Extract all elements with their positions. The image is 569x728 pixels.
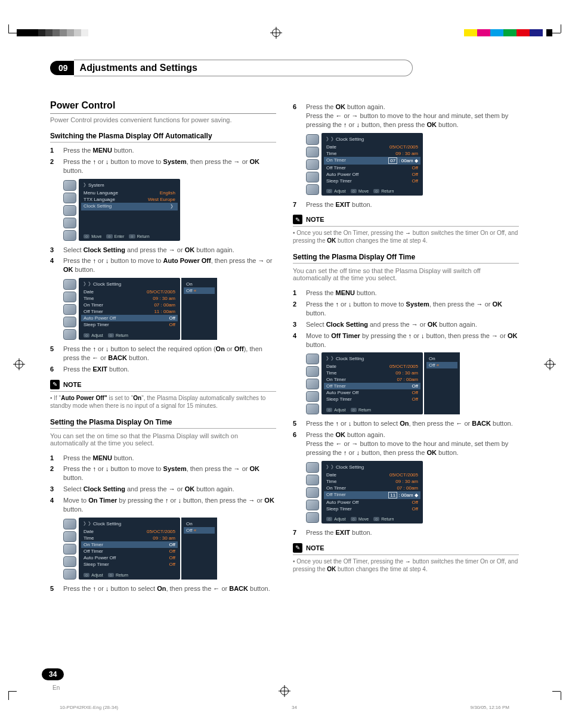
register-target-icon <box>546 360 554 368</box>
note-icon: ✎ <box>293 543 302 553</box>
gray-steps <box>17 29 88 36</box>
note-header: ✎ NOTE <box>293 215 519 227</box>
step: Press the OK button again.Press the ← or… <box>306 103 519 129</box>
note-text: Once you set the Off Timer, pressing the… <box>293 557 519 573</box>
on-time-lead: You can set the on time so that the Plas… <box>50 432 276 447</box>
step: Press the EXIT button. <box>306 528 519 537</box>
step: Press the ↑ or ↓ button to move to Auto … <box>63 256 276 274</box>
register-target-icon <box>15 360 23 368</box>
registration-bottom <box>0 683 569 701</box>
step: Press the MENU button. <box>63 146 276 155</box>
subhead-off-time: Setting the Plasma Display Off Time <box>293 253 519 264</box>
note-text: Once you set the On Timer, pressing the … <box>293 229 519 244</box>
osd-clock-apo: 》》Clock SettingDate05/OCT/2005Time09 : 3… <box>63 278 276 340</box>
power-control-lead: Power Control provides convenient functi… <box>50 116 276 123</box>
step: Select Clock Setting and press the → or … <box>63 485 276 494</box>
note-header: ✎ NOTE <box>293 543 519 555</box>
step: Press the ↑ or ↓ button to select the re… <box>63 345 276 363</box>
step: Press the EXIT button. <box>63 365 276 374</box>
note-icon: ✎ <box>50 380 60 389</box>
note-header: ✎ NOTE <box>50 380 276 392</box>
osd-system-menu: 》SystemMenu LanguageEnglishTTX LanguageW… <box>63 179 276 241</box>
subhead-on-time: Setting the Plasma Display On Time <box>50 418 276 429</box>
step: Press the OK button again.Press the ← or… <box>306 430 519 457</box>
step: Move to On Timer by pressing the ↑ or ↓ … <box>63 496 276 514</box>
step: Press the ↑ or ↓ button to select On, th… <box>63 584 276 593</box>
osd-clock-off: 》》Clock SettingDate05/OCT/2005Time09 : 3… <box>306 352 519 414</box>
step: Press the ↑ or ↓ button to move to Syste… <box>306 300 519 318</box>
step: Press the ↑ or ↓ button to move to Syste… <box>63 464 276 482</box>
register-target-icon <box>272 29 280 37</box>
step: Press the ↑ or ↓ button to move to Syste… <box>63 157 276 175</box>
subhead-auto-off: Switching the Plasma Display Off Automat… <box>50 132 276 142</box>
register-target-icon <box>280 687 289 695</box>
chapter-title: Adjustments and Settings <box>74 60 413 76</box>
section-power-control: Power Control <box>50 100 276 114</box>
off-time-lead: You can set the off time so that the Pla… <box>293 267 519 281</box>
registration-top <box>0 24 569 42</box>
step: Press the EXIT button. <box>306 200 519 209</box>
osd-clock-on: 》》Clock SettingDate05/OCT/2005Time09 : 3… <box>63 518 276 580</box>
note-icon: ✎ <box>293 215 302 224</box>
osd-clock-off-hour: 》》Clock SettingDate05/OCT/2005Time09 : 3… <box>306 461 519 523</box>
color-bars <box>464 29 552 36</box>
right-column: 6Press the OK button again.Press the ← o… <box>293 100 519 596</box>
step: Press the MENU button. <box>306 289 519 298</box>
step: Select Clock Setting and press the → or … <box>63 246 276 255</box>
print-footer: 10-PDP42RXE-Eng (28-34) 34 9/30/05, 12:1… <box>60 705 509 710</box>
note-text: If "Auto Power Off" is set to "On", the … <box>50 394 276 410</box>
chapter-number: 09 <box>50 61 74 75</box>
step: Press the ↑ or ↓ button to select On, th… <box>306 419 519 428</box>
left-column: Power Control Power Control provides con… <box>50 100 276 596</box>
step: Select Clock Setting and press the → or … <box>306 320 519 329</box>
chapter-header: 09 Adjustments and Settings <box>50 60 519 76</box>
step: Press the MENU button. <box>63 454 276 463</box>
step: Move to Off Timer by pressing the ↑ or ↓… <box>306 332 519 349</box>
osd-clock-on-hour: 》》Clock SettingDate05/OCT/2005Time09 : 3… <box>306 133 519 196</box>
page-number: 34 <box>42 668 64 680</box>
